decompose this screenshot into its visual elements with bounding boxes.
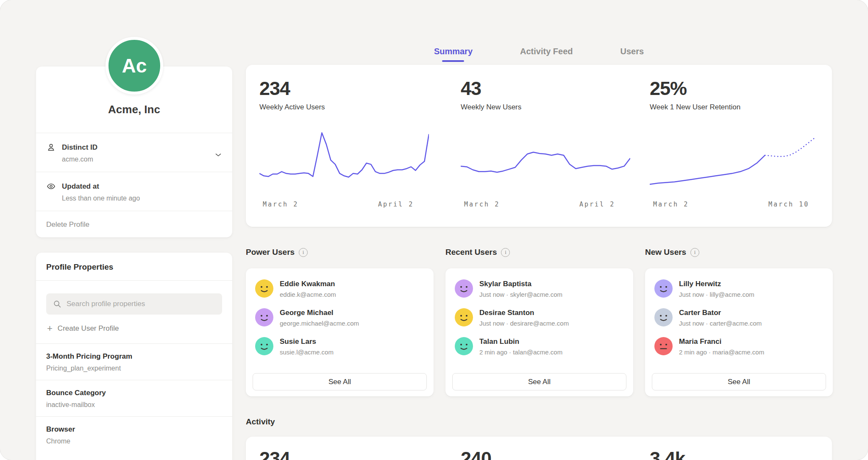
user-list-item[interactable]: Lilly Herwitz Just now · lilly@acme.com [654,279,823,298]
face-smile [461,348,467,349]
face-smile [661,319,667,321]
new-users-header: New Users i [645,248,699,257]
user-list-item[interactable]: Maria Franci 2 min ago · maria@acme.com [654,337,823,356]
user-list-item[interactable]: Eddie Kwakman eddie.k@acme.com [255,279,424,298]
x-axis: March 2 April 2 [259,201,429,209]
property-value: inactive-mailbox [46,401,222,409]
recent-users-card: Skylar Baptista Just now · skyler@acme.c… [445,268,633,396]
tab-activity-feed[interactable]: Activity Feed [520,47,573,62]
retention-sparkline [650,128,819,194]
weekly-active-users-sparkline [259,128,429,194]
avatar [255,308,273,326]
create-user-profile-label: Create User Profile [58,324,119,333]
stat-label: Week 1 New User Retention [650,103,819,112]
user-name: Desirae Stanton [479,308,569,317]
info-icon[interactable]: i [690,248,699,257]
user-subtext: george.michael@acme.com [280,320,359,327]
property-item[interactable]: 3-Month Pricing Program Pricing_plan_exp… [36,343,232,380]
user-list-item[interactable]: George Michael george.michael@acme.com [255,308,424,327]
profile-properties-search [46,293,222,315]
property-label: Browser [46,425,222,434]
see-all-button[interactable]: See All [253,373,427,390]
tab-summary[interactable]: Summary [434,47,473,62]
user-subtext: susie.l@acme.com [280,348,334,356]
avatar [654,337,673,355]
property-item[interactable]: Browser Chrome [36,416,232,453]
activity-stats-card: 234 240 3.4k [246,437,832,460]
property-value: Pricing_plan_experiment [46,365,222,372]
face-smile [262,290,267,292]
avatar [255,337,273,355]
person-icon [46,142,56,152]
user-name: Susie Lars [280,337,334,346]
user-subtext: 2 min ago · talan@acme.com [479,348,562,356]
face-smile [461,290,467,292]
profile-properties-title: Profile Properties [36,253,232,281]
user-list-item[interactable]: Desirae Stanton Just now · desirare@acme… [455,308,624,327]
x-tick-start: March 2 [263,201,298,208]
profile-properties-card: Profile Properties + Create User Profile… [36,253,232,460]
tab-bar: Summary Activity Feed Users [246,47,832,62]
app-window: Acme, Inc Distinct ID acme.com [0,0,868,460]
property-label: Bounce Category [46,389,222,397]
search-input[interactable] [46,293,222,315]
updated-at-row: Updated at Less than one minute ago [36,172,232,211]
property-item[interactable]: Bounce Category inactive-mailbox [36,380,232,416]
user-subtext: Just now · skyler@acme.com [479,291,562,298]
new-users-card: Lilly Herwitz Just now · lilly@acme.com … [645,268,833,396]
user-name: Talan Lubin [479,337,562,346]
distinct-id-label: Distinct ID [62,143,97,152]
stat-week1-retention: 25% Week 1 New User Retention March 2 Ma… [650,78,819,112]
section-title: New Users [645,248,686,257]
x-tick-end: April 2 [579,201,615,208]
stat-label: Weekly New Users [461,103,630,112]
x-axis: March 2 March 10 [650,201,819,209]
user-subtext: eddie.k@acme.com [280,291,336,298]
avatar [654,279,673,298]
user-name: Lilly Herwitz [679,279,754,288]
see-all-button[interactable]: See All [452,373,626,390]
eye-icon [46,181,56,191]
user-subtext: Just now · desirare@acme.com [479,320,569,327]
user-list: Eddie Kwakman eddie.k@acme.com George Mi… [246,268,434,356]
avatar [255,279,273,298]
stat-weekly-active-users: 234 Weekly Active Users March 2 April 2 [259,78,429,112]
stat-weekly-new-users: 43 Weekly New Users March 2 April 2 [461,78,630,112]
user-list-item[interactable]: Carter Bator Just now · carter@acme.com [654,308,823,327]
user-subtext: Just now · carter@acme.com [679,320,762,327]
user-name: Maria Franci [679,337,764,346]
search-icon [53,299,62,310]
power-users-card: Eddie Kwakman eddie.k@acme.com George Mi… [246,268,434,396]
distinct-id-row[interactable]: Distinct ID acme.com [36,133,232,172]
user-subtext: Just now · lilly@acme.com [679,291,754,298]
see-all-button[interactable]: See All [652,373,826,390]
user-list-item[interactable]: Skylar Baptista Just now · skyler@acme.c… [455,279,624,298]
info-icon[interactable]: i [299,248,308,257]
info-icon[interactable]: i [501,248,510,257]
create-user-profile-button[interactable]: + Create User Profile [47,324,222,333]
face-smile [262,348,267,349]
delete-profile-button[interactable]: Delete Profile [36,211,232,238]
profile-meta-rows: Distinct ID acme.com Updated at Less tha… [36,133,232,238]
power-users-header: Power Users i [246,248,308,257]
user-list: Lilly Herwitz Just now · lilly@acme.com … [645,268,833,356]
avatar [455,308,473,326]
stat-value: 43 [461,78,630,100]
summary-stats-card: 234 Weekly Active Users March 2 April 2 … [246,65,832,227]
property-value: Chrome [46,438,222,445]
face-smile [461,319,467,321]
section-title: Power Users [246,248,295,257]
user-name: George Michael [280,308,359,317]
updated-at-label: Updated at [62,182,99,191]
x-tick-end: April 2 [378,201,414,208]
tab-users[interactable]: Users [620,47,644,62]
avatar [654,308,673,326]
user-list: Skylar Baptista Just now · skyler@acme.c… [445,268,633,356]
activity-section-title: Activity [246,417,275,427]
chevron-down-icon[interactable] [214,150,223,161]
user-name: Carter Bator [679,308,762,317]
user-list-item[interactable]: Susie Lars susie.l@acme.com [255,337,424,356]
user-list-item[interactable]: Talan Lubin 2 min ago · talan@acme.com [455,337,624,356]
x-tick-end: March 10 [768,201,809,208]
face-smile [262,319,267,321]
